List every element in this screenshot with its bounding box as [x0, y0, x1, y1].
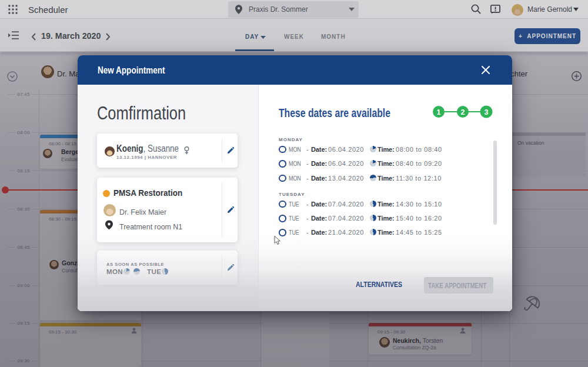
svg-text:3: 3 — [485, 108, 489, 116]
svg-text:1: 1 — [437, 108, 441, 116]
svg-text:2: 2 — [461, 108, 465, 116]
